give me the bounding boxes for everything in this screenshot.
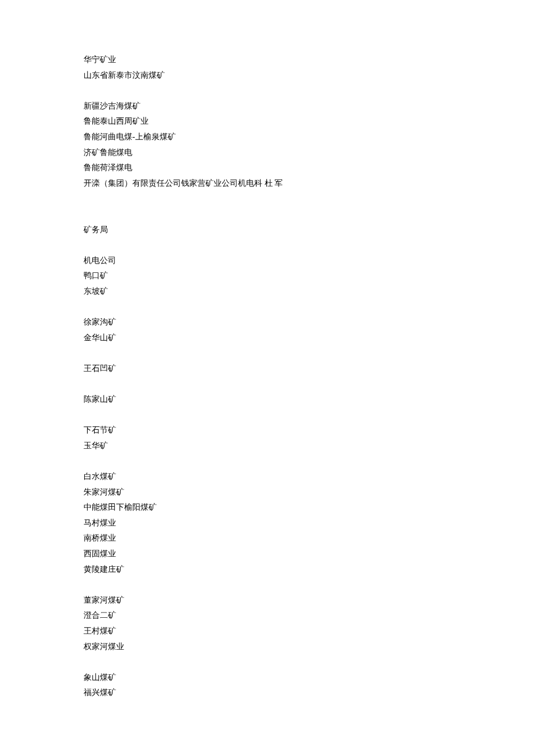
text-line: 徐家沟矿 bbox=[84, 315, 534, 330]
blank-line bbox=[84, 345, 534, 361]
text-line: 王石凹矿 bbox=[84, 361, 534, 377]
text-line: 陈家山矿 bbox=[84, 392, 534, 408]
text-line: 华宁矿业 bbox=[84, 52, 534, 68]
blank-line bbox=[84, 207, 534, 222]
text-line: 鲁能河曲电煤-上榆泉煤矿 bbox=[84, 129, 534, 145]
text-line: 东坡矿 bbox=[84, 284, 534, 300]
text-line: 下石节矿 bbox=[84, 423, 534, 438]
text-line: 山东省新泰市汶南煤矿 bbox=[84, 68, 534, 84]
document-page: 华宁矿业山东省新泰市汶南煤矿新疆沙吉海煤矿鲁能泰山西周矿业鲁能河曲电煤-上榆泉煤… bbox=[0, 0, 534, 756]
text-line: 新疆沙吉海煤矿 bbox=[84, 99, 534, 114]
text-line: 象山煤矿 bbox=[84, 670, 534, 686]
blank-line bbox=[84, 83, 534, 99]
text-line: 南桥煤业 bbox=[84, 531, 534, 546]
blank-line bbox=[84, 453, 534, 469]
blank-line bbox=[84, 408, 534, 423]
blank-line bbox=[84, 376, 534, 392]
text-line: 权家河煤业 bbox=[84, 639, 534, 655]
blank-line bbox=[84, 300, 534, 315]
text-line: 金华山矿 bbox=[84, 330, 534, 346]
blank-line bbox=[84, 577, 534, 593]
text-line: 王村煤矿 bbox=[84, 624, 534, 639]
text-line: 黄陵建庄矿 bbox=[84, 562, 534, 578]
text-line: 福兴煤矿 bbox=[84, 685, 534, 701]
blank-line bbox=[84, 654, 534, 670]
blank-line bbox=[84, 237, 534, 253]
text-line: 开滦（集团）有限责任公司钱家营矿业公司机电科 杜 军 bbox=[84, 176, 534, 192]
text-line: 西固煤业 bbox=[84, 546, 534, 562]
text-line: 澄合二矿 bbox=[84, 608, 534, 624]
text-line: 马村煤业 bbox=[84, 516, 534, 531]
text-line: 中能煤田下榆阳煤矿 bbox=[84, 500, 534, 516]
text-line: 鲁能荷泽煤电 bbox=[84, 160, 534, 176]
text-line: 董家河煤矿 bbox=[84, 593, 534, 609]
blank-line bbox=[84, 191, 534, 207]
text-line: 玉华矿 bbox=[84, 438, 534, 454]
text-line: 机电公司 bbox=[84, 253, 534, 269]
text-line: 白水煤矿 bbox=[84, 469, 534, 485]
text-line: 矿务局 bbox=[84, 222, 534, 238]
text-line: 朱家河煤矿 bbox=[84, 485, 534, 501]
text-line: 鲁能泰山西周矿业 bbox=[84, 114, 534, 129]
text-line: 济矿鲁能煤电 bbox=[84, 145, 534, 161]
text-line: 鸭口矿 bbox=[84, 268, 534, 284]
